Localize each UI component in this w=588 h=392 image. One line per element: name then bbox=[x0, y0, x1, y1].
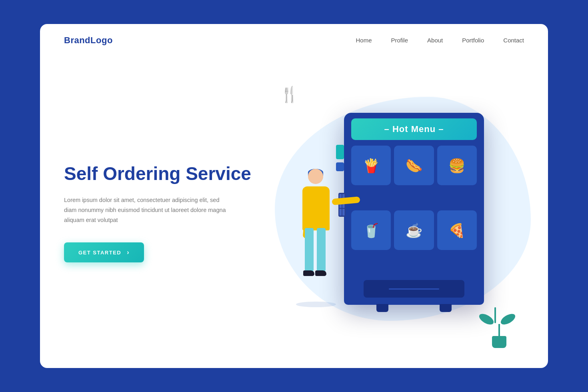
nav-link-profile[interactable]: Profile bbox=[391, 37, 408, 44]
plant-pot bbox=[492, 336, 506, 348]
plant-stem bbox=[498, 324, 500, 336]
person-figure bbox=[296, 169, 348, 305]
nav-links: Home Profile About Portfolio Contact bbox=[356, 37, 524, 44]
navbar: BrandLogo Home Profile About Portfolio C… bbox=[40, 24, 548, 54]
illustration: – Hot Menu – 🍟 🌭 🍔 🥤 ☕ 🍕 bbox=[296, 113, 484, 305]
person-head bbox=[308, 169, 323, 184]
hero-title: Self Ordering Service bbox=[64, 163, 256, 184]
nav-item-about[interactable]: About bbox=[427, 37, 443, 44]
person-shoe-right bbox=[315, 270, 326, 276]
hot-menu-text: – Hot Menu – bbox=[384, 124, 444, 134]
machine-leg-left bbox=[376, 304, 388, 312]
person-shoe-left bbox=[303, 270, 314, 276]
vending-machine: – Hot Menu – 🍟 🌭 🍔 🥤 ☕ 🍕 bbox=[344, 113, 484, 305]
tray-line bbox=[389, 288, 439, 290]
food-item-coffee[interactable]: ☕ bbox=[394, 210, 434, 250]
cta-arrow-icon: › bbox=[127, 249, 130, 256]
side-panel bbox=[336, 145, 345, 171]
hero-subtitle: Lorem ipsum dolor sit amet, consectetuer… bbox=[64, 195, 232, 225]
plant-leaf-left bbox=[478, 312, 496, 326]
output-tray bbox=[364, 280, 464, 298]
nav-link-home[interactable]: Home bbox=[356, 37, 372, 44]
left-section: Self Ordering Service Lorem ipsum dolor … bbox=[64, 155, 256, 263]
nav-link-contact[interactable]: Contact bbox=[503, 37, 524, 44]
cta-label: GET STARTED bbox=[78, 250, 121, 256]
nav-item-contact[interactable]: Contact bbox=[503, 37, 524, 44]
person-leg-left bbox=[305, 228, 314, 272]
food-item-burger[interactable]: 🍔 bbox=[437, 146, 477, 185]
machine-leg-right bbox=[440, 304, 452, 312]
plant-leaves bbox=[482, 307, 516, 324]
main-content: Self Ordering Service Lorem ipsum dolor … bbox=[40, 54, 548, 368]
plant-leaf-right bbox=[499, 312, 517, 326]
outer-background: BrandLogo Home Profile About Portfolio C… bbox=[0, 0, 588, 392]
cutlery-icon: 🍴 bbox=[280, 86, 299, 103]
brand-logo: BrandLogo bbox=[64, 35, 113, 46]
hot-menu-banner: – Hot Menu – bbox=[351, 118, 477, 140]
nav-item-home[interactable]: Home bbox=[356, 37, 372, 44]
person-shadow bbox=[296, 302, 336, 307]
nav-item-portfolio[interactable]: Portfolio bbox=[462, 37, 484, 44]
person-leg-right bbox=[317, 228, 326, 272]
nav-item-profile[interactable]: Profile bbox=[391, 37, 408, 44]
get-started-button[interactable]: GET STARTED › bbox=[64, 242, 144, 262]
food-item-drink[interactable]: 🥤 bbox=[351, 210, 391, 250]
food-grid: 🍟 🌭 🍔 🥤 ☕ 🍕 bbox=[351, 146, 477, 272]
main-card: BrandLogo Home Profile About Portfolio C… bbox=[40, 24, 548, 368]
person-body bbox=[302, 186, 330, 230]
food-item-fries[interactable]: 🍟 bbox=[351, 146, 391, 185]
machine-legs bbox=[351, 304, 477, 312]
decorative-plant bbox=[482, 307, 516, 348]
side-btn-top bbox=[336, 145, 344, 159]
food-item-pizza[interactable]: 🍕 bbox=[437, 210, 477, 250]
nav-link-about[interactable]: About bbox=[427, 37, 443, 44]
food-item-hotdog[interactable]: 🌭 bbox=[394, 146, 434, 185]
right-section: 🍴 bbox=[256, 62, 524, 356]
nav-link-portfolio[interactable]: Portfolio bbox=[462, 37, 484, 44]
